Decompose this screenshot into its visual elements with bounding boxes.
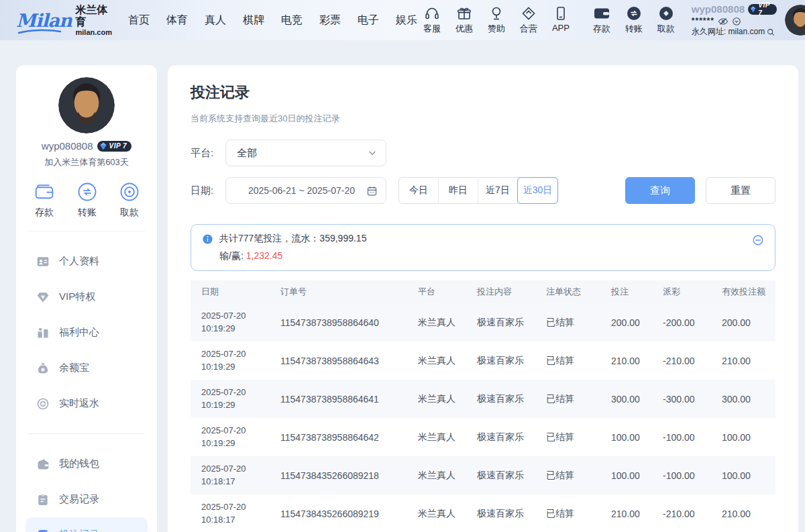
- col-date: 日期: [191, 286, 270, 298]
- range-30days-button[interactable]: 近30日: [517, 177, 558, 204]
- cell-valid: 100.00: [711, 470, 775, 481]
- table-row[interactable]: 2025-07-2010:19:29 1154738738958864641 米…: [191, 380, 775, 418]
- col-content: 投注内容: [466, 286, 535, 298]
- col-status: 注单状态: [535, 286, 600, 298]
- col-valid: 有效投注额: [711, 286, 775, 298]
- cell-content: 极速百家乐: [466, 317, 535, 329]
- search-button[interactable]: 查询: [625, 177, 695, 204]
- platform-select[interactable]: 全部: [225, 140, 386, 166]
- phone-icon: [553, 5, 569, 21]
- cell-time: 10:19:29: [201, 362, 235, 372]
- nav-esports[interactable]: 电竞: [281, 13, 303, 28]
- partner-button[interactable]: 合营: [514, 5, 543, 35]
- nav-cards[interactable]: 棋牌: [243, 13, 264, 28]
- sidebar-item-bet-records[interactable]: 投注记录: [25, 517, 148, 532]
- app-label: APP: [552, 23, 570, 33]
- deposit-button[interactable]: 存款: [587, 5, 616, 35]
- cell-payout: -100.00: [652, 432, 711, 443]
- nav-home[interactable]: 首页: [128, 13, 150, 28]
- deposit-label: 存款: [593, 23, 610, 35]
- sidebar-item-vip[interactable]: VIP特权: [25, 279, 148, 315]
- cell-status: 已结算: [535, 317, 600, 329]
- table-row[interactable]: 2025-07-2010:18:17 1154738435266089218 米…: [191, 456, 775, 494]
- service-button[interactable]: 客服: [417, 5, 447, 35]
- wallet-icon: [36, 458, 50, 471]
- app-button[interactable]: APP: [546, 5, 576, 35]
- withdraw-icon: [658, 5, 674, 21]
- nav-slots[interactable]: 电子: [358, 13, 379, 28]
- transactions-icon: [36, 493, 50, 507]
- join-days-text: 加入米兰体育第603天: [25, 156, 148, 168]
- eye-off-icon[interactable]: [718, 17, 729, 26]
- promo-label: 优惠: [455, 23, 473, 35]
- cell-time: 10:18:17: [201, 515, 235, 525]
- table-row[interactable]: 2025-07-2010:18:17 1154738435266089219 米…: [191, 494, 775, 532]
- cell-status: 已结算: [535, 355, 600, 367]
- id-card-icon: [36, 255, 50, 268]
- col-platform: 平台: [407, 286, 466, 298]
- cell-valid: 300.00: [711, 394, 775, 405]
- cell-order: 1154738738958864640: [270, 317, 407, 328]
- calendar-icon[interactable]: [366, 185, 378, 197]
- sidebar-item-yuebao[interactable]: 余额宝: [25, 350, 148, 386]
- cell-status: 已结算: [535, 470, 600, 482]
- cell-payout: -200.00: [652, 317, 711, 328]
- sidebar-withdraw-button[interactable]: 取款: [119, 182, 140, 219]
- deposit-icon: [593, 5, 610, 21]
- table-row[interactable]: 2025-07-2010:19:29 1154738738958864643 米…: [191, 341, 775, 380]
- cell-time: 10:19:29: [201, 438, 235, 448]
- collapse-icon[interactable]: [752, 234, 764, 246]
- sidebar-item-benefits[interactable]: 福利中心: [25, 315, 148, 350]
- nav-sports[interactable]: 体育: [166, 13, 188, 28]
- sidebar-transfer-button[interactable]: 转账: [77, 182, 97, 219]
- sidebar-deposit-button[interactable]: 存款: [34, 182, 55, 219]
- cell-valid: 200.00: [711, 317, 775, 328]
- sidebar-item-transactions[interactable]: 交易记录: [25, 482, 148, 517]
- bet-records-table: 日期 订单号 平台 投注内容 注单状态 投注 派彩 有效投注额 2025-07-…: [191, 280, 775, 532]
- platform-select-value: 全部: [237, 147, 367, 160]
- cell-payout: -300.00: [652, 394, 711, 405]
- sidebar-item-rebate[interactable]: 实时返水: [25, 386, 148, 421]
- sidebar-avatar[interactable]: [58, 77, 115, 134]
- cell-status: 已结算: [535, 431, 600, 443]
- promo-button[interactable]: 优惠: [449, 5, 479, 35]
- nav-live[interactable]: 真人: [205, 13, 226, 28]
- range-today-button[interactable]: 今日: [399, 178, 439, 203]
- reset-button[interactable]: 重置: [706, 177, 775, 204]
- nav-lottery[interactable]: 彩票: [319, 13, 341, 28]
- nav-casino[interactable]: 娱乐: [396, 13, 417, 28]
- refresh-circle-icon[interactable]: [732, 17, 741, 26]
- gift-icon: [456, 5, 472, 21]
- cell-content: 极速百家乐: [466, 355, 535, 367]
- range-yesterday-button[interactable]: 昨日: [439, 178, 478, 203]
- col-order: 订单号: [270, 286, 407, 298]
- date-range-value: 2025-06-21 ~ 2025-07-20: [237, 185, 366, 196]
- cell-platform: 米兰真人: [407, 431, 466, 443]
- withdraw-button[interactable]: 取款: [651, 5, 681, 35]
- magnifier-icon[interactable]: [766, 28, 775, 37]
- platform-label: 平台:: [191, 147, 225, 160]
- main-nav: 首页 体育 真人 棋牌 电竞 彩票 电子 娱乐: [128, 13, 417, 28]
- avatar[interactable]: [785, 5, 805, 36]
- sidebar-item-wallet[interactable]: 我的钱包: [25, 446, 148, 482]
- cell-platform: 米兰真人: [407, 393, 466, 405]
- table-row[interactable]: 2025-07-2010:19:29 1154738738958864642 米…: [191, 418, 775, 456]
- date-range-input[interactable]: 2025-06-21 ~ 2025-07-20: [225, 177, 386, 204]
- diamond-icon: [36, 290, 50, 304]
- sidebar-username: wyp080808: [42, 140, 93, 152]
- sidebar-menu-account: 个人资料 VIP特权 福利中心 余额宝 实时返水: [25, 244, 148, 421]
- col-payout: 派彩: [652, 286, 711, 298]
- transfer-button[interactable]: 转账: [619, 5, 649, 35]
- table-row[interactable]: 2025-07-2010:19:29 1154738738958864640 米…: [191, 303, 775, 341]
- range-7days-button[interactable]: 近7日: [478, 178, 518, 203]
- sidebar-item-profile[interactable]: 个人资料: [25, 244, 148, 279]
- wallet-icon-group: 存款 转账 取款: [587, 5, 681, 35]
- transfer-icon: [626, 5, 642, 21]
- brand-logo[interactable]: Milan 米兰体育 milan.com: [16, 4, 112, 36]
- sponsor-label: 赞助: [488, 23, 505, 35]
- cell-bet: 100.00: [600, 432, 652, 443]
- cell-time: 10:19:29: [201, 323, 235, 333]
- cell-bet: 210.00: [600, 509, 652, 519]
- sponsor-button[interactable]: 赞助: [482, 5, 511, 35]
- permanent-url-label: 永久网址: milan.com: [692, 27, 765, 37]
